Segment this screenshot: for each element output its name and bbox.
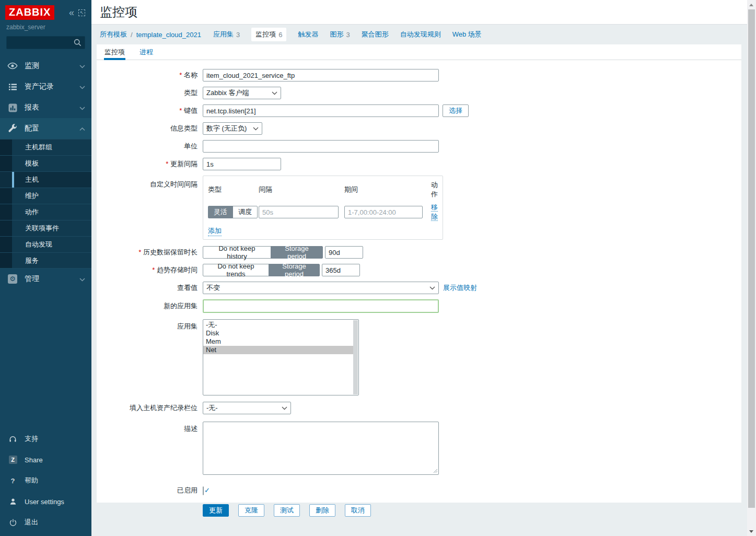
submenu-item-event-correlation[interactable]: 关联项事件 [0,220,91,236]
enabled-label: 已启用 [97,484,197,497]
history-off-button[interactable]: Do not keep history [203,246,271,259]
submenu-item-discovery[interactable]: 自动发现 [0,236,91,252]
submenu-item-maintenance[interactable]: 维护 [0,188,91,204]
scrollbar-thumb[interactable] [748,9,755,508]
submenu-item-services[interactable]: 服务 [0,252,91,269]
chevron-down-icon [272,91,277,95]
applications-label: 应用集 [97,319,197,333]
trends-value-input[interactable] [322,264,360,276]
name-label: 名称 [97,69,197,81]
interval-flexible-button[interactable]: 灵活 [208,206,233,218]
list-icon [7,81,18,92]
breadcrumb-all-templates[interactable]: 所有模板 [100,30,127,39]
interval-scheduling-button[interactable]: 调度 [232,206,258,218]
nav-triggers[interactable]: 触发器 [298,30,318,39]
applications-listbox[interactable]: -无- Disk Mem Net [203,319,359,395]
wrench-icon [7,123,18,134]
footer-item-label: 帮助 [25,476,38,485]
server-name: zabbix_server [0,20,91,31]
test-button[interactable]: 测试 [274,504,300,517]
sidebar-item-help[interactable]: ? 帮助 [0,470,91,491]
interval-add-link[interactable]: 添加 [208,226,222,236]
show-value-select[interactable]: 不变 [203,282,439,294]
chevron-down-icon [282,406,287,410]
application-option[interactable]: -无- [203,321,353,329]
application-option-selected[interactable]: Net [203,346,353,354]
show-value-mappings-link[interactable]: 展示值映射 [443,283,477,293]
info-type-select[interactable]: 数字 (无正负) [203,122,262,135]
sidebar-item-inventory[interactable]: 资产记录 [0,76,91,97]
update-button[interactable]: 更新 [203,504,229,517]
key-select-button[interactable]: 选择 [443,104,469,117]
configuration-submenu: 主机群组 模板 主机 维护 动作 关联项事件 自动发现 服务 [0,139,91,269]
trends-storage-button[interactable]: Storage period [269,264,320,276]
interval-delay-input[interactable] [259,206,339,218]
tab-preprocessing[interactable]: 进程 [139,44,154,60]
nav-screens[interactable]: 聚合图形 [362,30,389,39]
sidebar-item-configuration[interactable]: 配置 [0,118,91,139]
cancel-button[interactable]: 取消 [345,504,371,517]
sidebar-item-share[interactable]: Z Share [0,449,91,470]
scroll-down-arrow[interactable] [749,530,753,533]
nav-applications[interactable]: 应用集3 [213,30,240,39]
submenu-item-actions[interactable]: 动作 [0,204,91,220]
chevron-down-icon [253,127,259,131]
collapse-sidebar-icon[interactable]: « [69,9,74,16]
sidebar-item-user-settings[interactable]: User settings [0,491,91,512]
history-value-input[interactable] [325,246,363,259]
footer-item-label: 支持 [25,434,38,444]
resize-grip-icon[interactable] [433,469,438,473]
key-input[interactable] [203,104,439,117]
report-icon [7,102,18,113]
submenu-item-templates[interactable]: 模板 [0,155,91,171]
form-tabs: 监控项 进程 [97,44,741,60]
inventory-link-select[interactable]: -无- [203,402,291,414]
trends-off-button[interactable]: Do not keep trends [203,264,269,276]
custom-interval-row: 灵活 调度 移除 [208,203,438,222]
clone-button[interactable]: 克隆 [238,504,264,517]
main-content: 监控项 所有模板 / template_cloud_2021 应用集3 监控项6… [91,0,747,536]
enabled-checkbox[interactable] [203,486,204,495]
sidebar-item-support[interactable]: 支持 [0,428,91,449]
scroll-up-arrow[interactable] [749,4,753,6]
sidebar-item-administration[interactable]: ⚙ 管理 [0,269,91,289]
delete-button[interactable]: 删除 [309,504,335,517]
form-actions: 更新 克隆 测试 删除 取消 [203,504,741,517]
share-icon: Z [8,456,17,464]
sidebar-item-monitoring[interactable]: 监测 [0,55,91,76]
update-interval-input[interactable] [203,158,281,170]
item-form: 名称 类型 Zabbix 客户端 键值 选择 信息类型 数字 (无正负) [97,60,741,517]
listbox-scrollbar[interactable] [353,320,358,394]
units-input[interactable] [203,140,439,153]
interval-period-input[interactable] [344,206,423,218]
expand-sidebar-icon[interactable]: ↖ [78,9,85,16]
submenu-item-host-groups[interactable]: 主机群组 [0,139,91,155]
sidebar-item-sign-out[interactable]: 退出 [0,512,91,533]
page-scrollbar[interactable] [747,0,756,536]
nav-web-scenarios[interactable]: Web 场景 [452,30,482,39]
eye-icon [7,61,18,71]
custom-intervals-header: 类型 间隔 期间 动作 [208,180,438,199]
zabbix-logo[interactable]: ZABBIX [5,5,54,20]
chevron-down-icon [79,83,85,91]
interval-remove-link[interactable]: 移除 [431,203,438,221]
history-storage-button[interactable]: Storage period [271,246,323,259]
show-value-label: 查看值 [97,282,197,294]
nav-discovery-rules[interactable]: 自动发现规则 [400,30,441,39]
breadcrumb-template[interactable]: template_cloud_2021 [136,31,201,39]
nav-items[interactable]: 监控项6 [251,28,286,41]
nav-graphs[interactable]: 图形3 [330,30,350,39]
sidebar-item-label: 报表 [25,103,39,112]
name-input[interactable] [203,69,439,81]
sidebar-menu: 监测 资产记录 报表 配置 主机群组 模板 主机 维护 动作 关联项事件 自动发… [0,55,91,289]
type-select[interactable]: Zabbix 客户端 [203,87,281,99]
description-textarea[interactable] [203,422,439,475]
application-option[interactable]: Mem [203,337,353,346]
submenu-item-hosts[interactable]: 主机 [0,171,91,188]
application-option[interactable]: Disk [203,329,353,337]
question-icon: ? [8,476,17,485]
footer-item-label: 退出 [25,518,38,527]
tab-item[interactable]: 监控项 [104,44,125,60]
new-application-input[interactable] [203,299,439,313]
sidebar-item-reports[interactable]: 报表 [0,97,91,118]
